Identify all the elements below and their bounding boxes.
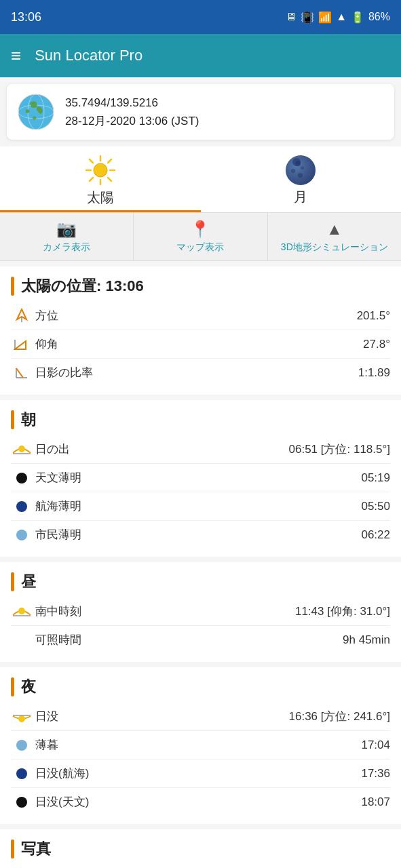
black-dot [16,473,27,484]
photo-section: 写真 [0,829,401,868]
orange-bar-morning [11,410,14,429]
vibrate-icon: 📳 [301,11,314,24]
svg-point-22 [18,608,25,614]
sun-position-section: 太陽の位置: 13:06 方位 201.5° 仰角 27.8° [0,267,401,395]
svg-line-10 [108,159,111,163]
noon-title: 昼 [21,572,36,592]
coordinates: 35.7494/139.5216 [65,94,199,112]
nautical-dusk-value: 17:36 [361,767,390,781]
morning-header: 朝 [11,400,390,435]
civil-dawn-row: 市民薄明 06:22 [11,521,390,549]
svg-line-8 [90,159,93,163]
signal-icon: ▲ [336,11,347,23]
location-card: 35.7494/139.5216 28-12月-2020 13:06 (JST) [7,84,394,140]
elevation-row: 仰角 27.8° [11,330,390,359]
camera-view-label: カメラ表示 [43,241,90,254]
battery-level: 86% [368,11,390,23]
status-icons: 🖥 📳 📶 ▲ 🔋 86% [286,11,390,24]
civil-dusk-icon [11,740,33,751]
sunset-row: 日没 16:36 [方位: 241.6°] [11,703,390,731]
map-view-label: マップ表示 [176,241,224,254]
astronomical-dusk-icon [11,797,33,808]
noon-header: 昼 [11,562,390,597]
globe-icon [18,94,54,130]
nautical-dawn-row: 航海薄明 05:50 [11,492,390,521]
sun-tab-label: 太陽 [87,189,114,207]
solar-noon-icon [11,604,33,619]
orange-bar-sun [11,277,14,296]
orange-bar-night [11,677,14,696]
astronomical-dawn-row: 天文薄明 05:19 [11,464,390,492]
civil-dawn-value: 06:22 [361,528,390,542]
daylight-hours-value: 9h 45min [343,633,390,647]
status-bar: 13:06 🖥 📳 📶 ▲ 🔋 86% [0,0,401,34]
astronomical-dusk-label: 日没(天文) [33,794,361,810]
dark-blue-dot [16,501,27,512]
sunrise-value: 06:51 [方位: 118.5°] [289,441,391,457]
svg-point-25 [18,715,25,722]
morning-section: 朝 日の出 06:51 [方位: 118.5°] 天文薄明 05:19 航海薄明… [0,400,401,557]
elevation-value: 27.8° [363,338,390,351]
battery-icon: 🔋 [351,11,364,24]
svg-marker-14 [15,341,26,349]
compass-icon [11,309,33,323]
screen-icon: 🖥 [286,11,297,23]
nautical-dawn-value: 05:50 [361,500,390,513]
dark-blue-dot2 [16,768,27,779]
azimuth-row: 方位 201.5° [11,302,390,330]
night-section: 夜 日没 16:36 [方位: 241.6°] 薄暮 17:04 日没(航海) … [0,667,401,824]
photo-title: 写真 [21,839,51,859]
svg-point-0 [18,94,54,130]
nautical-dusk-icon [11,768,33,779]
civil-dusk-value: 17:04 [361,738,390,752]
astronomical-dawn-label: 天文薄明 [33,470,361,486]
solar-noon-label: 南中時刻 [33,604,295,619]
noon-section: 昼 南中時刻 11:43 [仰角: 31.0°] 可照時間 9h 45min [0,562,401,662]
svg-point-3 [94,163,107,177]
astronomical-dusk-value: 18:07 [361,795,390,809]
sun-position-title: 太陽の位置: 13:06 [21,276,144,296]
orange-bar-photo [11,840,14,859]
tab-sun[interactable]: 太陽 [0,146,201,212]
light-blue-dot [16,530,27,540]
daylight-hours-row: 可照時間 9h 45min [11,626,390,654]
wifi-icon: 📶 [318,11,332,24]
terrain-view-label: 3D地形シミュレーション [281,241,388,254]
civil-dusk-label: 薄暮 [33,737,361,753]
night-header: 夜 [11,667,390,703]
sun-tab-icon [85,155,116,186]
location-info: 35.7494/139.5216 28-12月-2020 13:06 (JST) [65,94,199,130]
datetime: 28-12月-2020 13:06 (JST) [65,112,199,130]
nautical-dawn-label: 航海薄明 [33,498,361,514]
mountain-icon: ▲ [326,220,343,239]
app-bar: ≡ Sun Locator Pro [0,34,401,77]
sunset-icon [11,709,33,724]
sunrise-icon [11,442,33,457]
elevation-icon [11,337,33,352]
night-title: 夜 [21,677,36,697]
moon-tab-label: 月 [294,188,307,206]
svg-line-9 [108,178,111,181]
civil-dawn-icon [11,530,33,540]
moon-tab-icon [286,155,316,185]
svg-point-19 [18,446,25,452]
shadow-row: 日影の比率 1:1.89 [11,359,390,387]
morning-title: 朝 [21,410,36,430]
astronomical-dawn-icon [11,473,33,484]
view-buttons: 📷 カメラ表示 📍 マップ表示 ▲ 3D地形シミュレーション [0,213,401,261]
camera-icon: 📷 [56,220,77,239]
photo-header: 写真 [11,829,390,865]
menu-button[interactable]: ≡ [11,45,21,66]
light-blue-dot2 [16,740,27,751]
sunset-label: 日没 [33,709,289,724]
nautical-dawn-icon [11,501,33,512]
sunrise-row: 日の出 06:51 [方位: 118.5°] [11,435,390,464]
app-title: Sun Locator Pro [35,47,142,64]
terrain-view-button[interactable]: ▲ 3D地形シミュレーション [268,213,401,260]
map-view-button[interactable]: 📍 マップ表示 [134,213,267,260]
camera-view-button[interactable]: 📷 カメラ表示 [0,213,134,260]
tab-moon[interactable]: 月 [201,146,402,212]
sunrise-label: 日の出 [33,441,289,457]
civil-dusk-row: 薄暮 17:04 [11,731,390,760]
orange-bar-noon [11,572,14,591]
